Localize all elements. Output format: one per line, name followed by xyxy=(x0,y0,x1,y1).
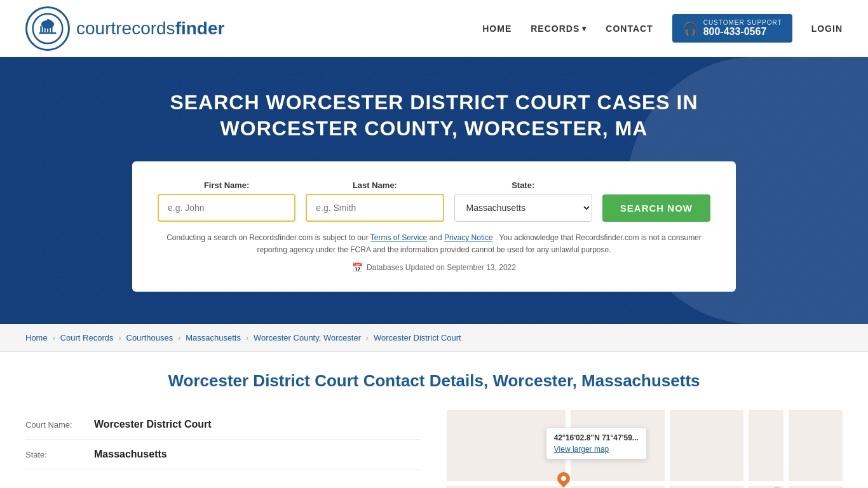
map-road-v3 xyxy=(743,410,749,488)
privacy-link[interactable]: Privacy Notice xyxy=(444,233,493,242)
search-disclaimer: Conducting a search on Recordsfinder.com… xyxy=(158,232,710,256)
breadcrumb-massachusetts[interactable]: Massachusetts xyxy=(186,333,241,342)
section-title: Worcester District Court Contact Details… xyxy=(25,371,843,391)
details-section: Court Name: Worcester District Court Sta… xyxy=(25,410,421,488)
main-nav: HOME RECORDS CONTACT 🎧 CUSTOMER SUPPORT … xyxy=(482,14,843,43)
map-container[interactable]: 42°16'02.8"N 71°47'59... View larger map… xyxy=(447,410,843,488)
support-box[interactable]: 🎧 CUSTOMER SUPPORT 800-433-0567 xyxy=(672,14,792,43)
map-section: 42°16'02.8"N 71°47'59... View larger map… xyxy=(447,410,843,488)
svg-rect-9 xyxy=(47,19,48,24)
calendar-icon: 📅 xyxy=(352,262,363,273)
first-name-input[interactable] xyxy=(158,194,295,222)
support-text: CUSTOMER SUPPORT 800-433-0567 xyxy=(703,19,782,37)
nav-records[interactable]: RECORDS xyxy=(531,24,587,34)
breadcrumb-separator-3: › xyxy=(178,334,180,342)
map-tooltip: 42°16'02.8"N 71°47'59... View larger map xyxy=(546,428,647,459)
breadcrumb: Home › Court Records › Courthouses › Mas… xyxy=(0,324,868,352)
hero-section: SEARCH WORCESTER DISTRICT COURT CASES IN… xyxy=(0,57,868,324)
breadcrumb-separator-2: › xyxy=(119,334,121,342)
last-name-input[interactable] xyxy=(306,194,444,222)
state-select[interactable]: Massachusetts Alabama Alaska Arizona Cal… xyxy=(454,194,592,222)
nav-contact[interactable]: CONTACT xyxy=(606,24,653,34)
logo-area: courtrecordsfinder xyxy=(25,6,224,51)
svg-rect-7 xyxy=(51,25,53,32)
map-coordinates: 42°16'02.8"N 71°47'59... xyxy=(554,433,639,442)
nav-home[interactable]: HOME xyxy=(482,24,512,34)
svg-rect-3 xyxy=(40,25,42,32)
view-larger-map[interactable]: View larger map xyxy=(554,445,639,454)
map-bg: 42°16'02.8"N 71°47'59... View larger map… xyxy=(447,410,843,488)
map-road-v4 xyxy=(783,410,789,488)
headphone-icon: 🎧 xyxy=(682,21,698,36)
main-content: Worcester District Court Contact Details… xyxy=(0,352,868,488)
first-name-label: First Name: xyxy=(158,180,295,190)
breadcrumb-separator-5: › xyxy=(366,334,369,342)
svg-rect-4 xyxy=(43,25,45,32)
search-fields: First Name: Last Name: State: Massachuse… xyxy=(158,180,710,222)
terms-link[interactable]: Terms of Service xyxy=(370,233,427,242)
logo-icon xyxy=(25,6,70,51)
last-name-label: Last Name: xyxy=(306,180,444,190)
db-updated: 📅 Databases Updated on September 13, 202… xyxy=(158,262,710,273)
last-name-group: Last Name: xyxy=(306,180,444,222)
svg-rect-6 xyxy=(48,25,50,32)
court-name-value: Worcester District Court xyxy=(94,419,212,430)
court-name-label: Court Name: xyxy=(25,420,89,430)
search-button[interactable]: SEARCH NOW xyxy=(602,194,710,222)
map-road-v2 xyxy=(665,410,670,488)
breadcrumb-separator-1: › xyxy=(53,334,55,342)
content-grid: Court Name: Worcester District Court Sta… xyxy=(25,410,843,488)
state-group: State: Massachusetts Alabama Alaska Ariz… xyxy=(454,180,592,222)
breadcrumb-separator-4: › xyxy=(246,334,248,342)
svg-rect-5 xyxy=(46,25,48,32)
hero-title: SEARCH WORCESTER DISTRICT COURT CASES IN… xyxy=(148,90,720,142)
login-button[interactable]: LOGIN xyxy=(811,24,843,34)
breadcrumb-court-records[interactable]: Court Records xyxy=(60,333,114,342)
first-name-group: First Name: xyxy=(158,180,295,222)
breadcrumb-current: Worcester District Court xyxy=(374,333,461,342)
support-label: CUSTOMER SUPPORT xyxy=(703,19,782,26)
breadcrumb-courthouses[interactable]: Courthouses xyxy=(126,333,173,342)
state-row: State: Massachusetts xyxy=(25,440,421,470)
breadcrumb-home[interactable]: Home xyxy=(25,333,48,342)
svg-rect-8 xyxy=(39,32,57,33)
state-label: State: xyxy=(454,180,592,190)
state-detail-value: Massachusetts xyxy=(94,449,167,460)
search-box: First Name: Last Name: State: Massachuse… xyxy=(132,161,736,292)
state-detail-label: State: xyxy=(25,450,89,459)
court-name-row: Court Name: Worcester District Court xyxy=(25,410,421,440)
svg-rect-2 xyxy=(43,24,53,26)
logo-text: courtrecordsfinder xyxy=(76,18,224,39)
breadcrumb-worcester-county[interactable]: Worcester County, Worcester xyxy=(254,333,361,342)
header: courtrecordsfinder HOME RECORDS CONTACT … xyxy=(0,0,868,57)
support-number: 800-433-0567 xyxy=(703,26,782,37)
